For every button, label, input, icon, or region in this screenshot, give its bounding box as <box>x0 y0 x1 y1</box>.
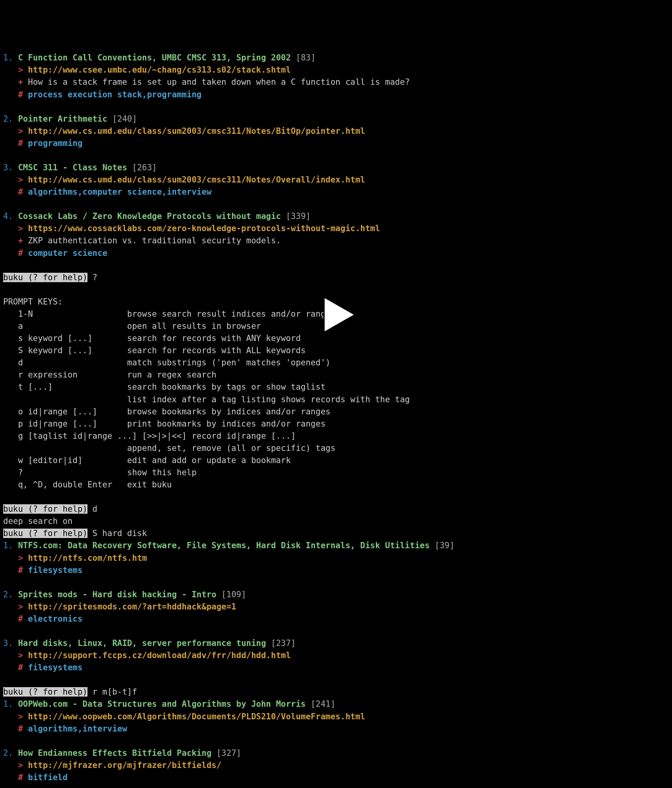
url-marker-icon: > <box>18 65 23 75</box>
result-tags: filesystems <box>28 663 82 672</box>
result-title: C Function Call Conventions, UMBC CMSC 3… <box>18 53 291 62</box>
blank-line <box>3 735 669 747</box>
result-url: http://mjfrazer.org/mjfrazer/bitfields/ <box>28 761 221 770</box>
play-button[interactable] <box>309 263 364 318</box>
result-url: http://www.cs.umd.edu/class/sum2003/cmsc… <box>28 175 365 184</box>
help-row: o id|range [...] browse bookmarks by ind… <box>3 406 669 418</box>
result-url: http://www.csee.umbc.edu/~chang/cs313.s0… <box>28 65 291 75</box>
result-tags-line: # bitfield <box>3 772 669 784</box>
url-marker-icon: > <box>18 602 23 611</box>
result-item: 1. NTFS.com: Data Recovery Software, Fil… <box>3 540 669 552</box>
result-tags: computer science <box>28 248 107 258</box>
result-tags-line: # algorithms,interview <box>3 723 669 735</box>
result-count: [39] <box>435 541 455 550</box>
result-desc: How is a stack frame is set up and taken… <box>28 77 410 87</box>
result-title: OOPWeb.com - Data Structures and Algorit… <box>18 699 306 709</box>
prompt-input[interactable]: d <box>87 504 97 514</box>
result-index: 2. <box>3 748 13 758</box>
result-tags-line: # programming <box>3 137 669 150</box>
result-tags-line: # filesystems <box>3 564 669 576</box>
url-marker-icon: > <box>18 175 23 184</box>
prompt-input[interactable]: S hard disk <box>87 529 147 538</box>
result-item: 2. How Endianness Effects Bitfield Packi… <box>3 747 669 759</box>
result-desc: ZKP authentication vs. traditional secur… <box>28 236 281 245</box>
result-url: http://ntfs.com/ntfs.htm <box>28 553 147 563</box>
result-count: [241] <box>311 699 335 709</box>
result-tags: programming <box>28 139 82 148</box>
prompt-line[interactable]: buku (? for help) S hard disk <box>3 527 669 540</box>
result-url: https://www.cossacklabs.com/zero-knowled… <box>28 224 380 233</box>
help-row: q, ^D, double Enter exit buku <box>3 479 669 491</box>
result-title: CMSC 311 - Class Notes <box>18 163 127 172</box>
prompt-input[interactable]: r m[b-t]f <box>87 687 137 697</box>
result-url-line: > http://www.csee.umbc.edu/~chang/cs313.… <box>3 64 669 76</box>
result-count: [237] <box>271 638 296 648</box>
result-desc-line: + How is a stack frame is set up and tak… <box>3 76 669 88</box>
tag-marker-icon: # <box>18 614 23 624</box>
tag-marker-icon: # <box>18 139 23 148</box>
result-title: How Endianness Effects Bitfield Packing <box>18 748 211 758</box>
blank-line <box>3 674 669 686</box>
result-url-line: > http://ntfs.com/ntfs.htm <box>3 552 669 564</box>
tag-marker-icon: # <box>18 565 23 575</box>
result-url: http://support.fccps.cz/download/adv/frr… <box>28 651 291 660</box>
help-row: t [...] search bookmarks by tags or show… <box>3 381 669 393</box>
result-url-line: > http://support.fccps.cz/download/adv/f… <box>3 649 669 662</box>
help-row: append, set, remove (all or specific) ta… <box>3 442 669 454</box>
result-count: [109] <box>221 590 246 599</box>
result-index: 1. <box>3 699 13 709</box>
prompt-line[interactable]: buku (? for help) d <box>3 503 669 515</box>
result-tags-line: # computer science <box>3 247 669 259</box>
result-count: [327] <box>217 748 241 758</box>
result-count: [339] <box>286 212 311 221</box>
result-tags: filesystems <box>28 565 82 575</box>
result-tags: bitfield <box>28 773 67 782</box>
status-line: deep search on <box>3 515 669 527</box>
prompt-input[interactable]: ? <box>87 273 97 282</box>
terminal-output: 1. C Function Call Conventions, UMBC CMS… <box>3 52 669 788</box>
result-url-line: > http://mjfrazer.org/mjfrazer/bitfields… <box>3 759 669 772</box>
result-item: 1. C Function Call Conventions, UMBC CMS… <box>3 52 669 64</box>
help-row: list index after a tag listing shows rec… <box>3 394 669 406</box>
result-url-line: > http://www.cs.umd.edu/class/sum2003/cm… <box>3 174 669 186</box>
url-marker-icon: > <box>18 126 23 136</box>
result-index: 3. <box>3 163 13 172</box>
help-row: p id|range [...] print bookmarks by indi… <box>3 418 669 430</box>
result-tags: process execution stack,programming <box>28 90 202 99</box>
result-desc-line: + ZKP authentication vs. traditional sec… <box>3 235 669 247</box>
blank-line <box>3 101 669 113</box>
prompt-line[interactable]: buku (? for help) r m[b-t]f <box>3 686 669 698</box>
blank-line <box>3 625 669 637</box>
help-row: r expression run a regex search <box>3 369 669 381</box>
url-marker-icon: > <box>18 553 23 563</box>
result-url-line: > http://www.cs.umd.edu/class/sum2003/cm… <box>3 125 669 137</box>
result-index: 1. <box>3 53 13 62</box>
result-title: Pointer Arithmetic <box>18 114 107 124</box>
result-index: 1. <box>3 541 13 550</box>
result-tags-line: # electronics <box>3 613 669 625</box>
tag-marker-icon: # <box>18 724 23 733</box>
result-title: Cossack Labs / Zero Knowledge Protocols … <box>18 212 281 221</box>
result-title: Sprites mods - Hard disk hacking - Intro <box>18 590 217 599</box>
svg-marker-0 <box>324 297 355 332</box>
result-item: 2. Sprites mods - Hard disk hacking - In… <box>3 589 669 601</box>
result-tags-line: # algorithms,computer science,interview <box>3 186 669 198</box>
result-url: http://www.oopweb.com/Algorithms/Documen… <box>28 712 365 721</box>
help-row: ? show this help <box>3 467 669 479</box>
result-tags: algorithms,computer science,interview <box>28 187 211 197</box>
blank-line <box>3 198 669 210</box>
result-url-line: > https://www.cossacklabs.com/zero-knowl… <box>3 223 669 235</box>
result-url-line: > http://spritesmods.com/?art=hddhack&pa… <box>3 601 669 613</box>
url-marker-icon: > <box>18 712 23 721</box>
prompt-label: buku (? for help) <box>3 273 87 282</box>
result-item: 3. CMSC 311 - Class Notes [263] <box>3 162 669 174</box>
result-item: 2. Pointer Arithmetic [240] <box>3 113 669 125</box>
help-row: g [taglist id|range ...] [>>|>|<<] recor… <box>3 430 669 442</box>
result-title: Hard disks, Linux, RAID, server performa… <box>18 638 266 648</box>
result-tags-line: # process execution stack,programming <box>3 89 669 101</box>
help-row: d match substrings ('pen' matches 'opene… <box>3 357 669 369</box>
result-item: 4. Cossack Labs / Zero Knowledge Protoco… <box>3 210 669 223</box>
result-count: [83] <box>296 53 316 62</box>
blank-line <box>3 491 669 503</box>
tag-marker-icon: # <box>18 90 23 99</box>
